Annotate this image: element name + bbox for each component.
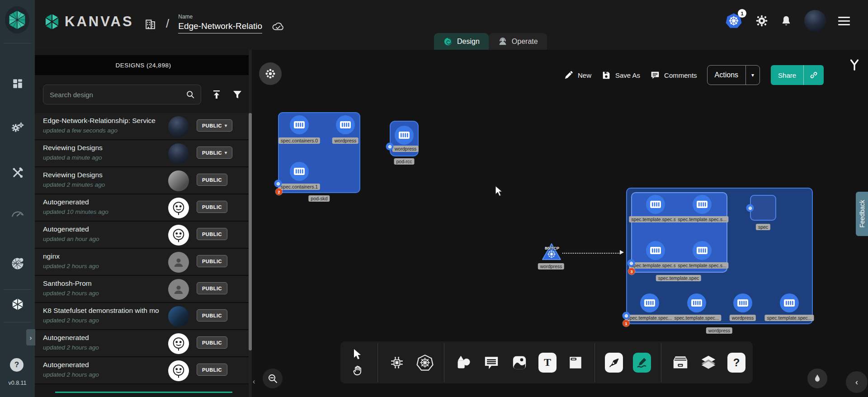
design-updated: updated 2 hours ago xyxy=(43,263,99,269)
comment-tool[interactable] xyxy=(482,353,500,373)
text-tool[interactable]: T xyxy=(538,353,557,373)
panel-expand-handle[interactable]: › xyxy=(26,329,35,345)
design-list-item[interactable]: K8 Statefulset demonstration with mo upd… xyxy=(35,303,249,330)
design-list-item[interactable]: Autogenerated updated 2 hours ago PUBLIC xyxy=(35,330,249,357)
ink-drop-button[interactable] xyxy=(807,369,827,388)
error-count-badge[interactable]: 1 xyxy=(623,320,630,327)
shapes-tool[interactable] xyxy=(454,353,472,373)
visibility-select[interactable]: PUBLIC xyxy=(197,119,232,132)
sidebar-item-dashboard[interactable] xyxy=(0,78,35,90)
design-canvas[interactable]: New Save As Comments Actions xyxy=(252,50,868,397)
kubernetes-badge[interactable] xyxy=(623,312,630,320)
design-list-item[interactable]: Autogenerated updated an hour ago PUBLIC xyxy=(35,222,249,249)
feedback-tab[interactable]: Feedback xyxy=(856,192,868,236)
sidebar-item-kanvas[interactable] xyxy=(0,298,35,311)
design-list-item[interactable]: Reviewing Designs updated a minute ago P… xyxy=(35,140,249,167)
search-input[interactable] xyxy=(43,91,185,99)
kanvas-brand[interactable]: KANVAS xyxy=(44,13,134,31)
design-name-input[interactable]: Edge-Network-Relatio xyxy=(178,21,262,33)
node-label: spec.template.spec.s... xyxy=(675,216,728,222)
visibility-select[interactable]: PUBLIC xyxy=(197,147,232,159)
container-node[interactable] xyxy=(780,293,799,312)
design-name: Reviewing Designs xyxy=(43,144,103,152)
container-node[interactable] xyxy=(640,293,659,312)
container-node[interactable] xyxy=(395,126,414,145)
toolbar-collapse-left[interactable]: ‹ xyxy=(253,378,255,386)
scrollbar-thumb[interactable] xyxy=(249,113,252,350)
image-tool[interactable] xyxy=(510,353,528,373)
container-node[interactable] xyxy=(693,195,712,214)
search-box[interactable] xyxy=(43,85,201,104)
pen-tool[interactable] xyxy=(605,353,623,373)
spec-node[interactable] xyxy=(750,195,776,221)
kubernetes-badge[interactable] xyxy=(386,143,394,151)
select-tool[interactable] xyxy=(348,346,368,363)
container-node[interactable] xyxy=(290,115,309,134)
sidebar-item-configuration[interactable] xyxy=(0,166,35,179)
design-updated: updated 2 hours ago xyxy=(43,371,99,378)
design-list-item[interactable]: Reviewing Designs updated 2 minutes ago … xyxy=(35,167,249,194)
copy-link-icon[interactable] xyxy=(804,71,824,80)
user-avatar[interactable] xyxy=(804,10,826,32)
notifications-button[interactable] xyxy=(780,14,792,27)
meshery-logo[interactable] xyxy=(5,6,29,33)
sidebar-item-performance[interactable] xyxy=(0,209,35,219)
container-node[interactable] xyxy=(687,293,706,312)
design-list-item[interactable]: Edge-Network-Relationship: Service updat… xyxy=(35,113,249,140)
design-list-item[interactable]: Santhosh-Prom updated 2 hours ago PUBLIC xyxy=(35,276,249,303)
filter-button[interactable] xyxy=(232,89,243,100)
menu-button[interactable] xyxy=(838,17,850,25)
share-split-button[interactable]: Share xyxy=(771,65,824,85)
layers-tool[interactable] xyxy=(699,353,717,373)
help-button[interactable]: ? xyxy=(10,358,24,372)
error-count-badge[interactable]: 2 xyxy=(276,189,283,195)
save-as-button[interactable]: Save As xyxy=(601,70,640,80)
pod-template-group[interactable] xyxy=(631,192,727,273)
kubernetes-badge[interactable] xyxy=(746,204,754,212)
chevron-down-icon[interactable]: ▾ xyxy=(746,72,760,78)
container-node[interactable] xyxy=(290,162,309,181)
container-node[interactable] xyxy=(646,195,665,214)
container-node[interactable] xyxy=(693,241,712,260)
upload-icon xyxy=(211,89,222,100)
design-list-item[interactable]: Autogenerated updated 2 hours ago PUBLIC xyxy=(35,357,249,384)
panel-collapse-right[interactable]: ‹ xyxy=(846,371,868,393)
help-tool[interactable]: ? xyxy=(727,353,745,373)
kubernetes-tool[interactable] xyxy=(416,353,434,373)
drawer-tool[interactable] xyxy=(671,353,689,373)
actions-label: Actions xyxy=(708,71,745,79)
comments-button[interactable]: Comments xyxy=(650,70,697,80)
pan-tool[interactable] xyxy=(348,363,368,379)
tab-operate[interactable]: Operate xyxy=(489,33,547,50)
components-tool[interactable] xyxy=(388,353,406,373)
visibility-badge: PUBLIC xyxy=(197,309,227,321)
design-owner-avatar xyxy=(168,225,189,246)
design-name-field[interactable]: Name Edge-Network-Relatio xyxy=(178,14,262,33)
kubernetes-badge[interactable] xyxy=(274,180,282,188)
sidebar-item-lifecycle[interactable] xyxy=(0,121,35,134)
canvas-menu-button[interactable] xyxy=(259,62,282,85)
container-node[interactable] xyxy=(733,293,752,312)
sticky-note-tool[interactable] xyxy=(566,353,585,373)
settings-button[interactable] xyxy=(755,14,768,27)
new-button[interactable]: New xyxy=(564,70,591,80)
version-label: v0.8.11 xyxy=(0,380,35,386)
container-icon xyxy=(650,246,661,255)
container-node[interactable] xyxy=(646,241,665,260)
rail-divider xyxy=(4,43,31,43)
panel-scrollbar[interactable] xyxy=(249,50,252,397)
container-node[interactable] xyxy=(336,115,355,134)
sidebar-item-extensions[interactable] xyxy=(0,257,35,270)
error-count-badge[interactable]: 3 xyxy=(628,268,635,275)
zoom-out-button[interactable] xyxy=(263,369,283,388)
version-branch-icon[interactable] xyxy=(848,58,861,71)
design-list-item[interactable]: nginx updated 2 hours ago PUBLIC xyxy=(35,249,249,276)
import-design-button[interactable] xyxy=(211,89,222,100)
kubernetes-badge[interactable] xyxy=(627,260,635,267)
tab-design[interactable]: Design xyxy=(434,33,489,50)
design-list-item[interactable]: Autogenerated updated 10 minutes ago PUB… xyxy=(35,194,249,222)
freehand-draw-tool[interactable] xyxy=(633,353,651,373)
actions-split-button[interactable]: Actions ▾ xyxy=(707,65,760,85)
kubernetes-context-button[interactable]: 1 xyxy=(725,12,743,29)
organization-icon[interactable] xyxy=(143,16,157,31)
